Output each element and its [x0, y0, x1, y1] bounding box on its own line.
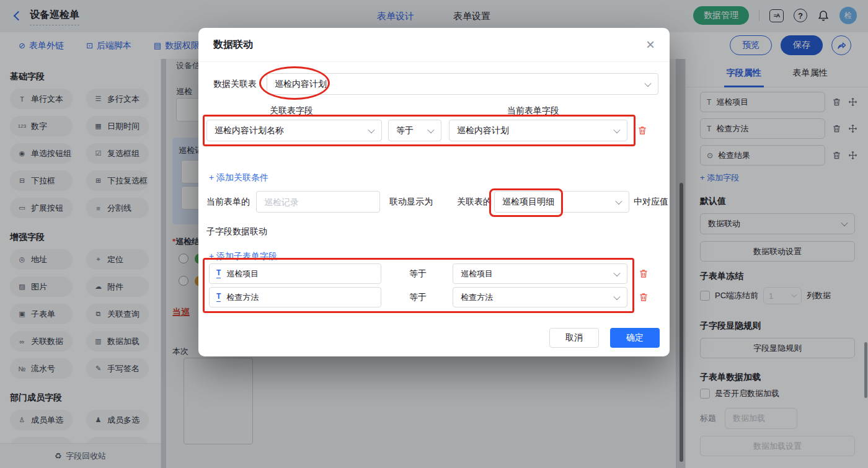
delete-subfield-icon[interactable]: [639, 292, 649, 302]
subfield-source-box[interactable]: T 检查方法: [209, 287, 381, 307]
chevron-down-icon: [613, 126, 620, 133]
chevron-down-icon: [613, 269, 620, 276]
add-subfield-link[interactable]: + 添加子表单字段: [209, 251, 277, 262]
relation-table-label: 数据关联表: [213, 79, 257, 90]
close-icon[interactable]: ×: [646, 37, 655, 52]
column-header-right: 当前表单字段: [507, 105, 559, 117]
text-field-icon: T: [216, 269, 221, 278]
app-root: 设备巡检单 表单设计 表单设置 数据管理 ≡A ? 检 ⊘ 表单外链 ⊡: [0, 0, 868, 468]
display-row-prefix2: 关联表的: [457, 196, 492, 208]
display-target-select[interactable]: 巡检项目明细: [494, 191, 629, 213]
confirm-button[interactable]: 确定: [610, 328, 660, 348]
data-linkage-modal: 数据联动 × 数据关联表 巡检内容计划 关联表字段 当前表单字段 巡检内容计划名…: [198, 28, 670, 356]
subfield-source-box[interactable]: T 巡检项目: [209, 263, 381, 284]
chevron-down-icon: [644, 79, 651, 86]
subfield-target-select[interactable]: 检查方法: [453, 287, 627, 307]
display-row-suffix: 中对应值: [634, 196, 668, 208]
condition-target-select[interactable]: 巡检内容计划: [449, 120, 627, 141]
display-row-middle: 联动显示为: [389, 196, 433, 208]
delete-subfield-icon[interactable]: [639, 268, 649, 278]
chevron-down-icon: [615, 197, 622, 204]
display-field-input[interactable]: [256, 191, 380, 213]
column-header-left: 关联表字段: [270, 105, 313, 117]
modal-header: 数据联动 ×: [198, 28, 670, 62]
text-field-icon: T: [216, 293, 221, 301]
add-condition-link[interactable]: + 添加关联条件: [209, 172, 268, 183]
subfield-target-select[interactable]: 巡检项目: [453, 263, 627, 284]
condition-field-select[interactable]: 巡检内容计划名称: [206, 120, 382, 141]
display-row-prefix: 当前表单的: [206, 196, 250, 208]
subfield-operator: 等于: [409, 292, 427, 303]
chevron-down-icon: [613, 293, 620, 299]
chevron-down-icon: [368, 126, 374, 133]
relation-table-select[interactable]: 巡检内容计划: [267, 73, 658, 95]
subfield-linkage-label: 子字段数据联动: [206, 226, 267, 237]
delete-condition-icon[interactable]: [637, 125, 647, 135]
modal-title: 数据联动: [213, 38, 253, 51]
subfield-operator: 等于: [409, 268, 427, 280]
cancel-button[interactable]: 取消: [549, 328, 599, 348]
chevron-down-icon: [427, 126, 434, 133]
condition-operator-select[interactable]: 等于: [388, 120, 441, 141]
